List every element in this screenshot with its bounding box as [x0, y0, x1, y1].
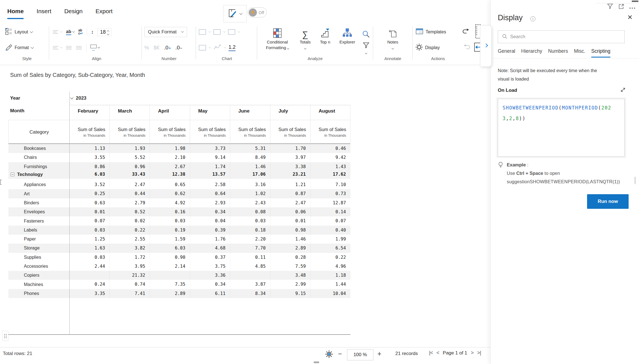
tab-numbers[interactable]: Numbers [548, 48, 568, 58]
format-button[interactable]: Format [5, 44, 33, 52]
value-cell[interactable] [150, 271, 190, 280]
value-cell[interactable]: 0.02 [109, 216, 150, 225]
close-icon[interactable]: × [627, 13, 633, 21]
decrease-decimal-button[interactable]: .0− [175, 45, 182, 51]
value-cell[interactable]: 3.87 [230, 280, 270, 289]
templates-button[interactable]: Templates [416, 28, 458, 36]
value-cell[interactable]: 0.98 [270, 226, 310, 235]
value-cell[interactable]: 1.44 [310, 280, 350, 289]
measure-header[interactable]: Sum of Salesin Thousands [110, 120, 150, 144]
undo-button[interactable] [462, 28, 471, 36]
value-cell[interactable]: 13.57 [190, 170, 230, 179]
value-cell[interactable]: 0.22 [310, 253, 350, 262]
first-page-button[interactable]: |< [429, 350, 433, 356]
value-cell[interactable]: 7.41 [109, 289, 150, 298]
table-row[interactable]: Supplies0.031.720.900.370.110.280.22 [8, 253, 350, 262]
value-cell[interactable]: 1.02 [230, 189, 270, 198]
filter-button[interactable] [361, 42, 371, 55]
value-cell[interactable]: 0.90 [150, 253, 190, 262]
decimal-style-button[interactable]: 1.2 [229, 44, 236, 51]
totals-button[interactable]: ∑ Totals [296, 26, 314, 51]
value-cell[interactable]: 0.08 [230, 207, 270, 216]
value-cell[interactable]: 2.44 [69, 262, 109, 271]
value-cell[interactable]: 0.16 [150, 207, 190, 216]
value-cell[interactable]: 0.87 [270, 189, 310, 198]
value-cell[interactable]: 8.34 [230, 289, 270, 298]
collapse-year-icon[interactable] [70, 96, 73, 99]
tab-hierarchy[interactable]: Hierarchy [521, 48, 542, 58]
display-button[interactable]: Display [416, 44, 458, 52]
value-cell[interactable]: 5.31 [230, 144, 270, 153]
year-group-header[interactable]: 2023 [71, 95, 86, 101]
value-cell[interactable]: 0.65 [150, 180, 190, 189]
value-cell[interactable]: 0.74 [109, 280, 150, 289]
value-cell[interactable]: 7.59 [270, 262, 310, 271]
category-column-header[interactable]: Category [9, 120, 70, 144]
measure-header[interactable]: Sum of Salesin Thousands [150, 120, 190, 144]
zoom-level-field[interactable]: 100 % [347, 349, 373, 360]
measure-header[interactable]: Sum of Salesin Thousands [230, 120, 270, 144]
table-row[interactable]: Paper1.252.551.591.762.201.461.99 [8, 235, 350, 244]
value-cell[interactable]: 6.11 [190, 289, 230, 298]
subcategory-row-label[interactable]: Bookcases [8, 144, 69, 153]
value-cell[interactable]: 4.68 [190, 244, 230, 253]
value-cell[interactable]: 0.01 [69, 207, 109, 216]
subcategory-row-label[interactable]: Binders [8, 198, 69, 207]
value-cell[interactable]: 2.14 [150, 262, 190, 271]
table-drag-handle[interactable] [2, 331, 8, 341]
expand-icon[interactable] [618, 3, 624, 11]
month-header[interactable]: April [150, 105, 190, 117]
value-cell[interactable]: 4.96 [310, 262, 350, 271]
conditional-formatting-button[interactable]: ConditionalFormatting [262, 26, 293, 51]
value-cell[interactable]: 21.32 [109, 271, 150, 280]
value-cell[interactable]: 3.36 [190, 271, 230, 280]
text-wrap-button[interactable]: ab c↵ [78, 29, 83, 35]
value-cell[interactable]: 0.03 [69, 253, 109, 262]
subcategory-row-label[interactable]: Art [8, 189, 69, 198]
value-cell[interactable]: 0.37 [190, 253, 230, 262]
value-cell[interactable]: 1.99 [310, 235, 350, 244]
subcategory-row-label[interactable]: Copiers [8, 271, 69, 280]
table-row[interactable]: Envelopes0.010.520.160.340.080.060.14 [8, 207, 350, 216]
table-row[interactable]: Phones3.357.412.896.118.349.1510.04 [8, 289, 350, 298]
value-cell[interactable]: 0.03 [230, 216, 270, 225]
table-row[interactable]: Binders0.632.794.922.932.432.4712.87 [8, 198, 350, 207]
table-row[interactable]: Accessories2.443.952.143.754.857.594.96 [8, 262, 350, 271]
table-row[interactable]: Copiers21.323.363.481.18 [8, 271, 350, 280]
value-cell[interactable]: 6.03 [69, 170, 109, 179]
value-cell[interactable]: 2.43 [230, 198, 270, 207]
value-cell[interactable]: 4.92 [150, 198, 190, 207]
off-toggle[interactable]: Off [248, 7, 267, 17]
value-cell[interactable]: 0.07 [310, 216, 350, 225]
measure-header[interactable]: Sum of Salesin Thousands [190, 120, 230, 144]
month-header[interactable]: February [69, 105, 109, 117]
value-cell[interactable]: 2.93 [190, 198, 230, 207]
value-cell[interactable]: 0.25 [69, 189, 109, 198]
value-cell[interactable]: 12.38 [150, 170, 190, 179]
last-page-button[interactable]: >| [477, 350, 481, 356]
subcategory-row-label[interactable]: Machines [8, 280, 69, 289]
value-cell[interactable] [69, 271, 109, 280]
value-cell[interactable]: 12.87 [310, 198, 350, 207]
value-cell[interactable]: 1.70 [270, 144, 310, 153]
subcategory-row-label[interactable]: Supplies [8, 253, 69, 262]
notes-button[interactable]: Notes [384, 26, 402, 51]
value-cell[interactable]: 3.35 [69, 289, 109, 298]
tab-export[interactable]: Export [95, 8, 113, 15]
settings-gear-button[interactable] [325, 350, 333, 359]
next-page-button[interactable]: > [471, 350, 474, 356]
text-overflow-button[interactable]: ab [66, 29, 74, 35]
subcategory-row-label[interactable]: Labels [8, 226, 69, 235]
prev-page-button[interactable]: < [437, 350, 439, 356]
value-cell[interactable]: 23.21 [270, 170, 310, 179]
value-cell[interactable]: 17.06 [230, 170, 270, 179]
top-n-button[interactable]: Top n [316, 26, 334, 45]
value-cell[interactable]: 0.52 [109, 207, 150, 216]
value-cell[interactable]: 2.79 [109, 198, 150, 207]
value-cell[interactable]: 2.89 [270, 244, 310, 253]
search-input[interactable] [510, 34, 624, 40]
category-row-label[interactable]: Technology [8, 170, 69, 179]
value-cell[interactable]: 3.16 [230, 180, 270, 189]
zoom-out-button[interactable]: − [338, 350, 342, 358]
value-cell[interactable]: 33.43 [109, 170, 150, 179]
